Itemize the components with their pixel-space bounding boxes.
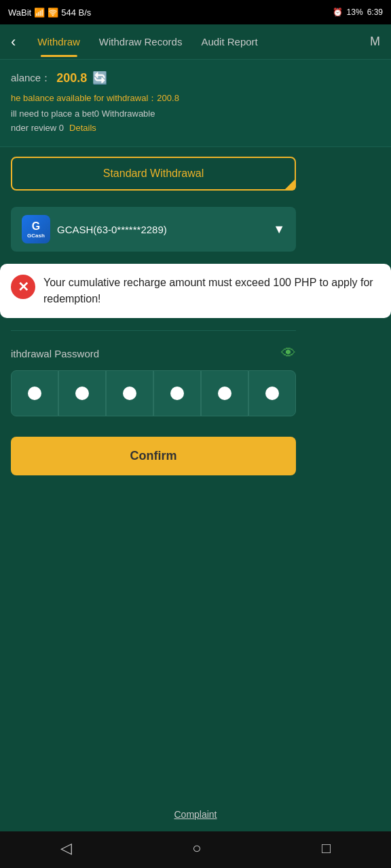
dot-cell-5[interactable] [201,370,248,416]
divider [11,330,296,331]
dot-6 [265,387,279,400]
complaint-link[interactable]: Complaint [174,809,217,820]
nav-tabs: Withdraw Withdraw Records Audit Report [28,26,365,57]
refresh-icon[interactable]: 🔄 [92,71,107,85]
gcash-letter: G [32,220,40,233]
tab-withdraw[interactable]: Withdraw [28,26,90,57]
password-dots[interactable] [11,370,296,416]
battery-text: 13% [347,7,363,17]
dot-5 [218,387,231,400]
eye-icon[interactable]: 👁 [281,344,296,362]
dot-cell-1[interactable] [11,370,58,416]
home-nav-button[interactable]: ○ [179,834,215,863]
bottom-nav: ◁ ○ □ [0,831,391,868]
error-banner-wrapper: ✕ Your cumulative recharge amount must e… [0,258,391,323]
error-banner: ✕ Your cumulative recharge amount must e… [0,264,391,318]
status-bar: WaBit 📶 🛜 544 B/s ⏰ 13% 6:39 [0,0,391,24]
confirm-button[interactable]: Confirm [11,437,296,475]
password-label: ithdrawal Password [11,348,99,359]
chevron-down-icon: ▼ [273,222,285,237]
review-row: nder review 0 Details [11,123,380,133]
balance-label: alance： [11,72,51,85]
balance-section: alance： 200.8 🔄 he balance available for… [0,60,391,147]
dot-cell-3[interactable] [106,370,153,416]
alarm-icon: ⏰ [333,7,343,17]
nav-more-button[interactable]: M [365,29,386,54]
time-text: 6:39 [367,7,383,17]
balance-amount: 200.8 [56,71,87,85]
standard-withdrawal-button[interactable]: Standard Withdrawal [11,157,296,191]
signal-icon: 📶 [34,7,45,18]
password-section: ithdrawal Password 👁 [0,338,391,423]
balance-row: alance： 200.8 🔄 [11,71,380,85]
spacer [0,489,391,797]
balance-bet-text: ill need to place a bet0 Withdrawable [11,108,380,119]
error-text: Your cumulative recharge amount must exc… [43,275,377,307]
tab-audit-report[interactable]: Audit Report [191,26,267,57]
gcash-label: GCASH(63-0******2289) [57,224,266,235]
back-button[interactable]: ‹ [5,28,21,56]
dot-2 [75,387,89,400]
gcash-icon: G GCash [22,215,50,243]
carrier-label: WaBit [8,7,31,18]
dot-cell-2[interactable] [58,370,106,416]
payment-section: G GCash GCASH(63-0******2289) ▼ [0,200,391,258]
main-content: alance： 200.8 🔄 he balance available for… [0,60,391,831]
tab-withdraw-records[interactable]: Withdraw Records [90,26,192,57]
payment-dropdown[interactable]: G GCash GCASH(63-0******2289) ▼ [11,207,296,252]
nav-bar: ‹ Withdraw Withdraw Records Audit Report… [0,24,391,60]
signal-text: 544 B/s [61,7,91,18]
error-icon: ✕ [11,275,35,299]
complaint-section: Complaint [0,797,391,831]
details-link[interactable]: Details [69,123,96,133]
dot-1 [28,387,41,400]
dot-4 [170,387,184,400]
confirm-section: Confirm [0,423,391,489]
back-nav-button[interactable]: ◁ [47,834,86,863]
dot-3 [123,387,136,400]
password-header: ithdrawal Password 👁 [11,344,296,362]
dot-cell-6[interactable] [248,370,296,416]
withdrawal-type-section: Standard Withdrawal [0,147,391,200]
balance-available-text: he balance available for withdrawal：200.… [11,92,380,104]
recents-nav-button[interactable]: □ [308,834,344,863]
status-right: ⏰ 13% 6:39 [333,7,383,17]
wifi-icon: 🛜 [48,7,58,18]
dot-cell-4[interactable] [153,370,201,416]
status-left: WaBit 📶 🛜 544 B/s [8,7,91,18]
gcash-sub: GCash [27,233,45,239]
review-text: nder review 0 [11,123,64,133]
